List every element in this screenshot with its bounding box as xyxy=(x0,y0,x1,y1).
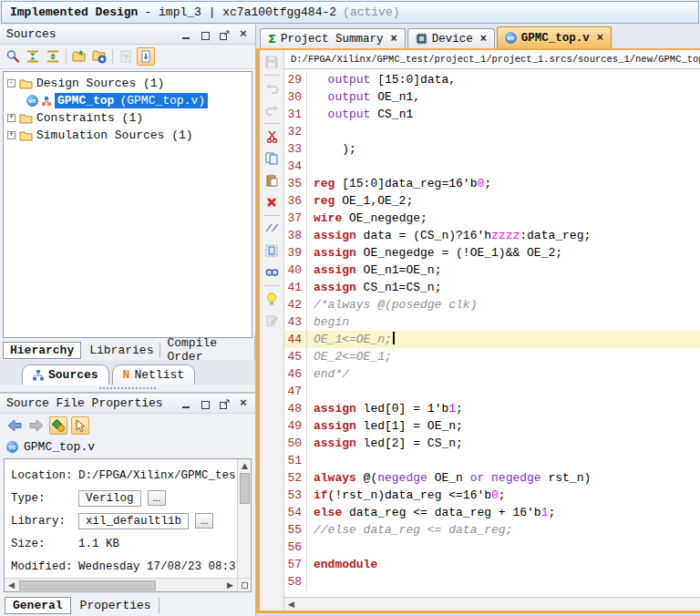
code-line[interactable]: 32 xyxy=(284,123,700,140)
close-tab-icon[interactable]: × xyxy=(390,33,396,46)
properties-subtabs: General Properties xyxy=(0,594,255,616)
maximize-icon[interactable] xyxy=(200,398,211,409)
hierarchy-icon xyxy=(33,370,44,381)
editor-horizontal-scrollbar[interactable]: ◀ xyxy=(284,597,700,611)
tab-gpmc-top-v[interactable]: ve GPMC_top.v × xyxy=(497,26,612,48)
close-icon[interactable]: × xyxy=(238,398,249,409)
cut-icon[interactable] xyxy=(262,128,281,146)
code-line[interactable]: 33 ); xyxy=(284,140,700,158)
scrollbar-thumb[interactable] xyxy=(240,473,250,504)
tab-device[interactable]: Device × xyxy=(407,28,495,48)
tab-properties[interactable]: Properties xyxy=(73,598,160,613)
code-line[interactable]: 54else data_reg <= data_reg + 16'b1; xyxy=(284,504,700,521)
block-select-icon[interactable] xyxy=(262,241,281,260)
maximize-icon[interactable] xyxy=(200,29,211,40)
tab-libraries[interactable]: Libraries xyxy=(83,343,160,358)
select-cursor-icon[interactable] xyxy=(71,416,89,435)
code-line[interactable]: 45OE_2<=OE_1; xyxy=(284,348,700,365)
scroll-left-arrow-icon[interactable]: ◀ xyxy=(5,579,18,592)
open-folder-icon[interactable] xyxy=(70,47,88,66)
close-tab-icon[interactable]: × xyxy=(480,33,487,46)
close-tab-icon[interactable]: × xyxy=(597,32,603,45)
minimize-icon[interactable] xyxy=(180,29,191,40)
search-icon[interactable] xyxy=(4,47,22,66)
tab-hierarchy[interactable]: Hierarchy xyxy=(3,342,81,359)
code-line[interactable]: 29 output [15:0]data, xyxy=(284,71,700,88)
expand-expander-icon[interactable]: + xyxy=(7,114,15,122)
type-value-field[interactable]: Verilog xyxy=(78,490,141,507)
delete-icon[interactable] xyxy=(262,193,281,211)
collapse-all-icon[interactable] xyxy=(24,47,42,66)
expand-all-icon[interactable] xyxy=(44,47,62,66)
tree-item-gpmc-top[interactable]: ve GPMC_top (GPMC_top.v) xyxy=(7,92,252,109)
paste-icon[interactable] xyxy=(262,171,281,190)
scroll-to-selected-icon[interactable] xyxy=(137,47,155,66)
code-line[interactable]: 48assign led[0] = 1'b1; xyxy=(284,400,700,417)
type-more-button[interactable]: ... xyxy=(148,490,166,506)
code-line[interactable]: 50assign led[2] = CS_n; xyxy=(284,435,700,452)
code-line[interactable]: 49assign led[1] = OE_n; xyxy=(284,417,700,435)
code-line[interactable]: 41assign CS_n1=CS_n; xyxy=(284,279,700,296)
tree-item-simulation-sources[interactable]: + Simulation Sources (1) xyxy=(7,127,252,144)
close-icon[interactable]: × xyxy=(238,29,249,40)
code-line[interactable]: 56 xyxy=(284,539,700,556)
code-line[interactable]: 34 xyxy=(284,158,700,175)
properties-horizontal-scrollbar[interactable]: ◀ ▶ xyxy=(5,578,237,591)
code-line[interactable]: 35reg [15:0]data_reg=16'b0; xyxy=(284,175,700,192)
find-icon[interactable] xyxy=(262,263,281,282)
code-line[interactable]: 31 output CS_n1 xyxy=(284,106,700,123)
editor-body: // D:/FPGA/Xilinx/GPMC_test/project_1/pr… xyxy=(256,50,700,611)
code-line[interactable]: 36reg OE_1,OE_2; xyxy=(284,192,700,210)
properties-vertical-scrollbar[interactable]: ▲ xyxy=(237,459,251,578)
float-icon[interactable] xyxy=(219,29,230,40)
tab-sources[interactable]: Sources xyxy=(22,364,109,385)
code-line[interactable]: 52always @(negedge OE_n or negedge rst_n… xyxy=(284,469,700,487)
code-line[interactable]: 53if(!rst_n)data_reg <=16'b0; xyxy=(284,487,700,504)
line-number: 37 xyxy=(284,210,307,227)
sources-panel-header: Sources × xyxy=(0,25,255,45)
back-arrow-icon[interactable] xyxy=(5,416,24,435)
code-line[interactable]: 30 output OE_n1, xyxy=(284,88,700,106)
tab-general[interactable]: General xyxy=(5,597,71,614)
collapse-expander-icon[interactable]: - xyxy=(7,79,15,87)
code-line[interactable]: 43begin xyxy=(284,313,700,331)
expand-corner-icon[interactable] xyxy=(237,578,251,591)
scrollbar-thumb[interactable] xyxy=(19,580,156,590)
add-sources-icon[interactable] xyxy=(90,47,108,66)
code-line[interactable]: 47 xyxy=(284,383,700,400)
line-number: 43 xyxy=(284,313,307,331)
expand-expander-icon[interactable]: + xyxy=(7,131,15,139)
code-line[interactable]: 38assign data = (CS_n)?16'hzzzz:data_reg… xyxy=(284,227,700,244)
code-area[interactable]: 29 output [15:0]data,30 output OE_n1,31 … xyxy=(284,69,700,597)
tab-project-summary[interactable]: Σ Project Summary × xyxy=(260,28,406,48)
scroll-up-arrow-icon[interactable]: ▲ xyxy=(238,459,252,472)
library-more-button[interactable]: ... xyxy=(195,513,213,529)
scroll-left-arrow-icon[interactable]: ◀ xyxy=(284,598,298,611)
code-line[interactable]: 44OE_1<=OE_n; xyxy=(284,331,700,348)
forward-arrow-icon[interactable] xyxy=(27,416,46,435)
tree-item-design-sources[interactable]: - Design Sources (1) xyxy=(7,75,252,92)
code-line[interactable]: 51 xyxy=(284,452,700,469)
code-line[interactable]: 39assign OE_negedge = (!OE_1)&& OE_2; xyxy=(284,244,700,262)
scroll-right-arrow-icon[interactable]: ▶ xyxy=(223,579,237,592)
line-number: 40 xyxy=(284,262,307,279)
library-value-field[interactable]: xil_defaultlib xyxy=(78,513,189,529)
edit-properties-icon[interactable] xyxy=(49,416,67,435)
code-line[interactable]: 55//else data_reg <= data_reg; xyxy=(284,521,700,539)
minimize-icon[interactable] xyxy=(180,398,191,409)
code-line[interactable]: 42/*always @(posedge clk) xyxy=(284,296,700,313)
code-line[interactable]: 37wire OE_negedge; xyxy=(284,210,700,227)
code-line[interactable]: 58 xyxy=(284,573,700,590)
lightbulb-icon[interactable] xyxy=(262,290,281,308)
code-line[interactable]: 57endmodule xyxy=(284,556,700,573)
tree-item-constraints[interactable]: + Constraints (1) xyxy=(7,109,252,127)
toolbar-separator xyxy=(264,215,280,216)
toggle-comment-icon[interactable]: // xyxy=(262,220,281,238)
code-text: reg [15:0]data_reg=16'b0; xyxy=(307,175,491,192)
tab-netlist[interactable]: N Netlist xyxy=(112,364,195,385)
panel-splitter[interactable] xyxy=(0,385,255,392)
code-line[interactable]: 40assign OE_n1=OE_n; xyxy=(284,262,700,279)
code-line[interactable]: 46end*/ xyxy=(284,365,700,383)
float-icon[interactable] xyxy=(219,398,230,409)
copy-icon[interactable] xyxy=(262,149,281,168)
